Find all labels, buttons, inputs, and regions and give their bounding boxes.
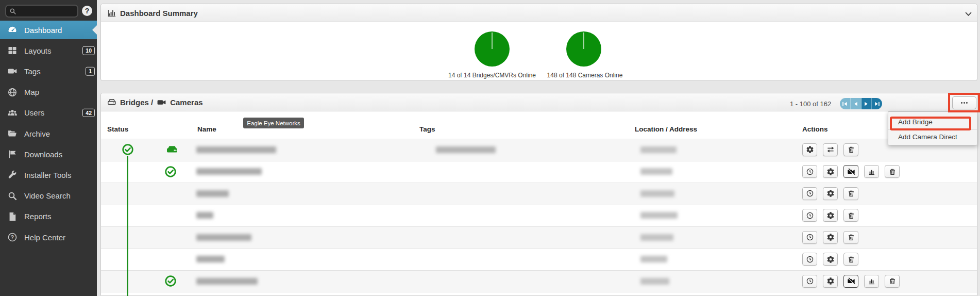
column-header-tags: Tags — [419, 125, 435, 133]
gear-button[interactable] — [823, 187, 838, 200]
gear-icon — [826, 255, 835, 264]
sidebar-item-archive[interactable]: Archive — [0, 124, 97, 143]
help-center-icon: ? — [7, 232, 18, 242]
chart-button[interactable] — [864, 165, 879, 178]
trash-button[interactable] — [843, 231, 858, 244]
last-page-icon — [874, 101, 881, 107]
trash-icon — [847, 255, 855, 264]
camera-off-icon — [847, 277, 855, 285]
more-actions-button[interactable] — [952, 96, 976, 109]
camera-off-button[interactable] — [843, 275, 858, 288]
sidebar-item-label: Map — [24, 88, 39, 96]
trash-icon — [847, 145, 855, 154]
search-input[interactable] — [19, 7, 72, 15]
redacted-location — [640, 234, 673, 241]
map-icon — [7, 87, 18, 97]
bridges-online-pie-chart — [471, 28, 513, 70]
clock-button[interactable] — [802, 187, 817, 200]
swap-button[interactable] — [823, 143, 838, 156]
next-page-button[interactable] — [861, 98, 872, 109]
users-icon — [7, 108, 18, 118]
gear-button[interactable] — [823, 275, 838, 288]
column-header-location-address: Location / Address — [635, 125, 697, 133]
column-header-actions: Actions — [802, 125, 828, 133]
gear-icon — [826, 211, 835, 220]
redacted-location — [640, 190, 674, 197]
bridges-title: Bridges / — [120, 98, 153, 107]
sidebar-search — [5, 5, 78, 18]
collapse-summary-chevron-down-icon[interactable] — [964, 10, 973, 19]
trash-button[interactable] — [843, 209, 858, 222]
first-page-icon — [841, 101, 848, 107]
redacted-location — [640, 278, 669, 285]
ellipsis-icon — [960, 98, 969, 107]
bridge-hierarchy-line — [127, 156, 128, 296]
gear-button[interactable] — [823, 231, 838, 244]
redacted-name — [196, 256, 225, 262]
redacted-tags — [436, 146, 496, 153]
installer-tools-icon — [7, 170, 18, 180]
clock-icon — [806, 277, 814, 285]
redacted-name — [196, 146, 276, 153]
camera-off-icon — [847, 168, 855, 176]
clock-button[interactable] — [802, 275, 817, 288]
sidebar-item-layouts[interactable]: Layouts10 — [0, 41, 97, 60]
sidebar-item-label: Users — [24, 108, 44, 117]
menu-item-add-camera-direct[interactable]: Add Camera Direct — [888, 129, 977, 144]
gear-icon — [826, 277, 835, 285]
redacted-name — [196, 234, 251, 241]
sidebar-item-tags[interactable]: Tags1 — [0, 62, 97, 80]
clock-button[interactable] — [802, 253, 817, 266]
trash-button[interactable] — [843, 253, 858, 266]
sidebar-item-users[interactable]: Users42 — [0, 104, 97, 122]
sidebar-item-label: Archive — [24, 129, 50, 138]
sidebar-item-reports[interactable]: Reports — [0, 207, 97, 226]
bridge-drive-icon — [107, 97, 116, 107]
sidebar-item-label: Layouts — [24, 46, 52, 55]
sidebar-item-label: Reports — [24, 212, 52, 221]
trash-button[interactable] — [843, 143, 858, 156]
bridge-device-icon — [165, 143, 179, 156]
menu-item-add-bridge[interactable]: Add Bridge — [888, 115, 977, 129]
clock-icon — [806, 189, 814, 198]
redacted-name — [196, 278, 258, 285]
videocam-icon — [157, 97, 166, 107]
gear-button[interactable] — [823, 253, 838, 266]
camera-off-button[interactable] — [843, 165, 858, 178]
sidebar-item-installer-tools[interactable]: Installer Tools — [0, 166, 97, 184]
trash-icon — [847, 211, 855, 220]
trash-button[interactable] — [843, 187, 858, 200]
previous-page-button[interactable] — [851, 98, 861, 109]
redacted-name — [196, 212, 213, 219]
dashboard-icon — [7, 25, 18, 35]
pagination-range: 1 - 100 of 162 — [790, 100, 831, 108]
gear-button[interactable] — [823, 209, 838, 222]
chart-icon — [868, 168, 876, 176]
sidebar-item-map[interactable]: Map — [0, 83, 97, 102]
sidebar-item-badge: 1 — [86, 67, 95, 76]
sidebar-item-dashboard[interactable]: Dashboard — [0, 21, 97, 39]
sidebar-item-video-search[interactable]: Video Search — [0, 187, 97, 205]
layouts-icon — [7, 45, 18, 56]
sidebar-item-badge: 42 — [82, 109, 95, 118]
tags-icon — [7, 66, 18, 76]
column-header-name: Name — [197, 125, 216, 133]
trash-button[interactable] — [885, 275, 900, 288]
clock-button[interactable] — [802, 165, 817, 178]
sidebar-item-downloads[interactable]: Downloads — [0, 145, 97, 163]
gear-button[interactable] — [823, 165, 838, 178]
chart-button[interactable] — [864, 275, 879, 288]
video-search-icon — [7, 191, 18, 201]
sidebar-item-help-center[interactable]: ?Help Center — [0, 228, 97, 246]
gear-icon — [826, 189, 835, 198]
status-online-check-circle-icon — [164, 166, 177, 178]
status-online-check-circle-icon — [164, 275, 177, 287]
next-page-icon — [863, 101, 870, 107]
trash-icon — [847, 233, 855, 241]
gear-button[interactable] — [802, 143, 817, 156]
clock-button[interactable] — [802, 209, 817, 222]
sidebar-help-button[interactable]: ? — [82, 6, 92, 16]
first-page-button[interactable] — [840, 98, 851, 109]
clock-button[interactable] — [802, 231, 817, 244]
trash-button[interactable] — [885, 165, 900, 178]
